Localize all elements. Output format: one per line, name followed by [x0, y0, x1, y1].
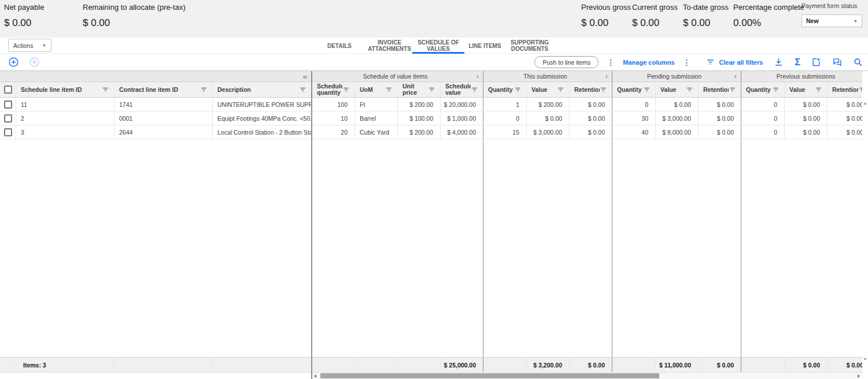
collapse-all-columns-icon[interactable]: «	[303, 72, 306, 81]
column-header-previous-value[interactable]: Value	[785, 82, 828, 97]
cell-unit-price[interactable]: $ 200.00	[398, 125, 441, 139]
cell-unit-price[interactable]: $ 200.00	[398, 98, 441, 111]
cell-this-value[interactable]: $ 0.00	[527, 112, 570, 125]
row-checkbox[interactable]	[0, 98, 16, 111]
row-checkbox[interactable]	[0, 112, 16, 125]
filter-icon[interactable]	[686, 86, 693, 94]
cell-contract-line-item-id[interactable]: 0001	[114, 112, 213, 125]
cell-this-retention[interactable]: $ 0.00	[570, 125, 612, 139]
cell-schedule-value[interactable]: $ 20,000.00	[441, 98, 483, 111]
filter-icon[interactable]	[428, 86, 435, 94]
cell-pending-value[interactable]: $ 0.00	[656, 98, 699, 111]
cell-pending-value[interactable]: $ 8,000.00	[656, 125, 699, 139]
cell-this-quantity[interactable]: 15	[483, 125, 527, 139]
filter-icon[interactable]	[772, 86, 780, 94]
column-header-uom[interactable]: UoM	[355, 82, 398, 97]
cell-contract-line-item-id[interactable]: 2644	[114, 125, 213, 139]
cell-pending-retention[interactable]: $ 0.00	[699, 98, 741, 111]
filter-icon[interactable]	[729, 86, 736, 94]
cell-this-quantity[interactable]: 1	[483, 98, 527, 111]
more-options-icon[interactable]: ⋮	[683, 58, 691, 67]
cell-pending-quantity[interactable]: 30	[612, 112, 656, 125]
add-row-icon[interactable]	[8, 57, 19, 68]
column-header-schedule-line-item-id[interactable]: Schedule line item ID	[16, 82, 114, 97]
cell-previous-value[interactable]: $ 0.00	[785, 125, 828, 139]
column-header-this-retention[interactable]: Retention	[570, 82, 612, 97]
cell-description[interactable]: Equipt Footings 40MPa Conc. <50...	[213, 112, 311, 125]
cell-previous-quantity[interactable]: 0	[741, 112, 785, 125]
vertical-scrollbar[interactable]	[862, 71, 868, 379]
scroll-up-arrow-icon[interactable]	[863, 102, 867, 105]
column-header-pending-value[interactable]: Value	[656, 82, 699, 97]
column-header-schedule-value[interactable]: Schedule value	[441, 82, 483, 97]
filter-icon[interactable]	[200, 86, 208, 94]
checkbox[interactable]	[4, 114, 12, 122]
collapse-group-icon[interactable]: ‹	[733, 72, 738, 80]
column-header-schedule-quantity[interactable]: Schedule quantity	[312, 82, 355, 97]
scroll-right-arrow-icon[interactable]	[858, 374, 860, 378]
column-header-contract-line-item-id[interactable]: Contract line item ID	[114, 82, 213, 97]
cell-schedule-line-item-id[interactable]: 2	[16, 112, 114, 125]
checkbox[interactable]	[4, 128, 12, 136]
filter-icon[interactable]	[600, 86, 607, 94]
cell-this-quantity[interactable]: 0	[483, 112, 527, 125]
cell-pending-retention[interactable]: $ 0.00	[699, 125, 741, 139]
cell-previous-value[interactable]: $ 0.00	[785, 98, 828, 111]
clear-all-filters-button[interactable]: Clear all filters	[706, 58, 763, 66]
tab-invoice-attachments[interactable]: INVOICE ATTACHMENTS	[367, 38, 412, 54]
checkbox[interactable]	[4, 101, 12, 109]
filter-icon[interactable]	[471, 86, 478, 94]
cell-schedule-quantity[interactable]: 100	[312, 98, 355, 111]
cell-uom[interactable]: Barrel	[355, 112, 398, 125]
cell-previous-retention[interactable]: $ 0.00	[828, 112, 862, 125]
horizontal-scrollbar-thumb[interactable]	[320, 373, 659, 378]
filter-icon[interactable]	[858, 86, 862, 94]
cell-schedule-quantity[interactable]: 20	[312, 125, 355, 139]
payment-form-status-select[interactable]: New ▼	[801, 14, 862, 27]
cell-uom[interactable]: Cubic Yard	[355, 125, 398, 139]
select-all-checkbox[interactable]	[0, 82, 16, 97]
column-header-this-value[interactable]: Value	[527, 82, 570, 97]
tab-supporting-documents[interactable]: SUPPORTING DOCUMENTS	[505, 38, 554, 54]
comments-icon[interactable]	[832, 57, 842, 67]
column-header-description[interactable]: Description	[213, 82, 311, 97]
cell-previous-retention[interactable]: $ 0.00	[828, 98, 862, 111]
filter-icon[interactable]	[299, 86, 306, 94]
filter-icon[interactable]	[643, 86, 651, 94]
cell-previous-quantity[interactable]: 0	[741, 98, 785, 111]
cell-pending-quantity[interactable]: 40	[612, 125, 656, 139]
cell-this-retention[interactable]: $ 0.00	[570, 98, 612, 111]
cell-description[interactable]: Local Control Station - 2 Button Sta...	[213, 125, 311, 139]
cell-unit-price[interactable]: $ 100.00	[398, 112, 441, 125]
cell-pending-retention[interactable]: $ 0.00	[699, 112, 741, 125]
sum-aggregate-icon[interactable]: Σ	[795, 57, 800, 68]
cell-contract-line-item-id[interactable]: 1741	[114, 98, 213, 111]
tab-schedule-of-values[interactable]: SCHEDULE OF VALUES	[412, 38, 464, 54]
manage-columns-link[interactable]: Manage columns	[623, 59, 674, 66]
cell-schedule-line-item-id[interactable]: 3	[16, 125, 114, 139]
filter-icon[interactable]	[514, 86, 522, 94]
cell-schedule-line-item-id[interactable]: 11	[16, 98, 114, 111]
filter-icon[interactable]	[815, 86, 822, 94]
search-icon[interactable]	[853, 57, 863, 67]
note-add-icon[interactable]	[811, 57, 821, 67]
cell-pending-value[interactable]: $ 3,000.00	[656, 112, 699, 125]
filter-icon[interactable]	[342, 86, 350, 94]
push-to-line-items-button[interactable]: Push to line items	[534, 56, 599, 68]
filter-icon[interactable]	[385, 86, 393, 94]
cell-this-retention[interactable]: $ 0.00	[570, 112, 612, 125]
cell-this-value[interactable]: $ 3,000.00	[527, 125, 570, 139]
checkbox[interactable]	[4, 86, 12, 94]
column-header-this-quantity[interactable]: Quantity	[483, 82, 527, 97]
column-header-previous-retention[interactable]: Retention	[828, 82, 862, 97]
cell-schedule-quantity[interactable]: 10	[312, 112, 355, 125]
cell-schedule-value[interactable]: $ 1,000.00	[441, 112, 483, 125]
cell-uom[interactable]: Ft	[355, 98, 398, 111]
collapse-group-icon[interactable]: ‹	[475, 72, 480, 80]
column-header-previous-quantity[interactable]: Quantity	[741, 82, 785, 97]
more-options-icon[interactable]: ⋮	[607, 58, 615, 67]
column-header-unit-price[interactable]: Unit price	[398, 82, 441, 97]
cell-previous-retention[interactable]: $ 0.00	[828, 125, 862, 139]
collapse-group-icon[interactable]: ‹	[604, 72, 609, 80]
delete-row-icon[interactable]	[29, 57, 40, 68]
